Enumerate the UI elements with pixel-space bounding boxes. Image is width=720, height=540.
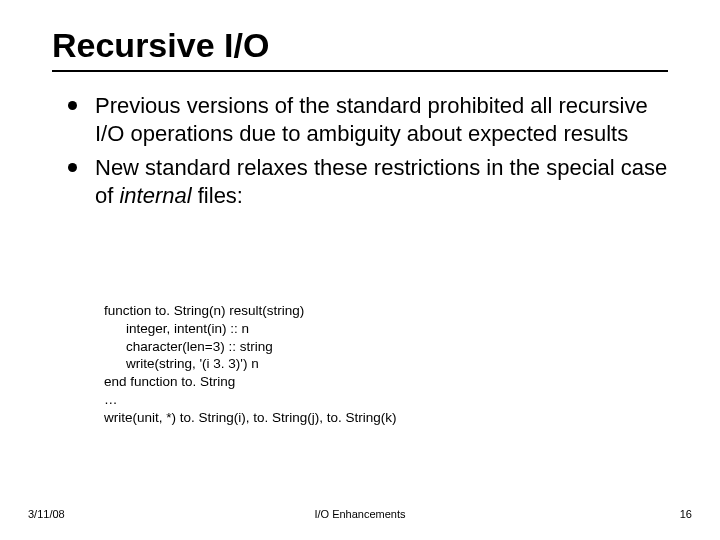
code-block: function to. String(n) result(string) in… xyxy=(104,302,624,427)
code-line: end function to. String xyxy=(104,373,624,391)
bullet-icon xyxy=(68,163,77,172)
bullet-icon xyxy=(68,101,77,110)
slide: Recursive I/O Previous versions of the s… xyxy=(0,0,720,540)
title-underline xyxy=(52,70,668,72)
code-line: write(unit, *) to. String(i), to. String… xyxy=(104,409,624,427)
footer-section: I/O Enhancements xyxy=(0,508,720,520)
code-line: integer, intent(in) :: n xyxy=(104,320,624,338)
footer-page-number: 16 xyxy=(680,508,692,520)
code-line: character(len=3) :: string xyxy=(104,338,624,356)
slide-title: Recursive I/O xyxy=(52,26,269,65)
code-line: write(string, '(i 3. 3)') n xyxy=(104,355,624,373)
code-line: function to. String(n) result(string) xyxy=(104,302,624,320)
code-line: … xyxy=(104,391,624,409)
bullet-item: New standard relaxes these restrictions … xyxy=(68,154,668,210)
slide-body: Previous versions of the standard prohib… xyxy=(68,92,668,217)
bullet-text-italic: internal xyxy=(119,183,191,208)
bullet-text: New standard relaxes these restrictions … xyxy=(95,154,668,210)
bullet-item: Previous versions of the standard prohib… xyxy=(68,92,668,148)
bullet-text-post: files: xyxy=(192,183,243,208)
bullet-text: Previous versions of the standard prohib… xyxy=(95,92,668,148)
